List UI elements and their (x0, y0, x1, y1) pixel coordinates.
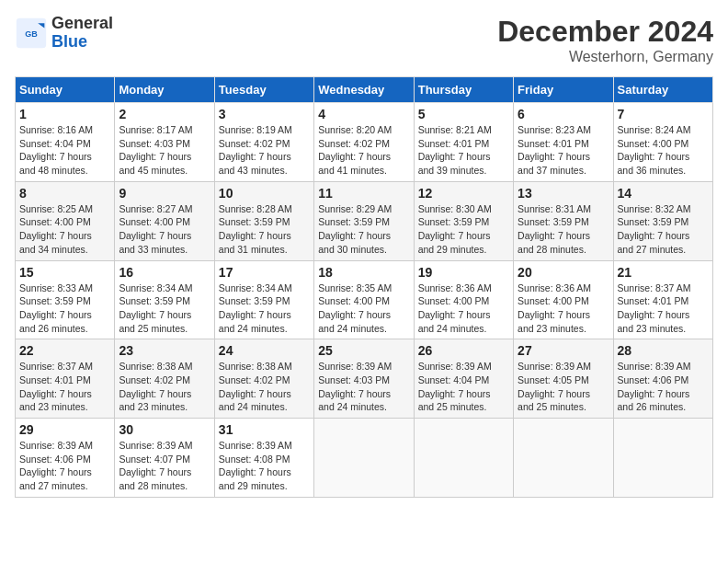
month-year-title: December 2024 (497, 15, 713, 49)
day-number: 23 (119, 343, 210, 358)
day-info: Sunrise: 8:30 AM Sunset: 3:59 PM Dayligh… (418, 202, 509, 257)
day-info: Sunrise: 8:20 AM Sunset: 4:02 PM Dayligh… (318, 123, 409, 178)
day-info: Sunrise: 8:36 AM Sunset: 4:00 PM Dayligh… (518, 282, 609, 336)
day-number: 5 (418, 107, 509, 121)
calendar-day-cell: 11 Sunrise: 8:29 AM Sunset: 3:59 PM Dayl… (314, 181, 414, 260)
day-info: Sunrise: 8:39 AM Sunset: 4:08 PM Dayligh… (219, 439, 310, 493)
day-info: Sunrise: 8:39 AM Sunset: 4:06 PM Dayligh… (19, 439, 110, 493)
day-number: 18 (318, 265, 409, 280)
day-number: 22 (19, 343, 110, 358)
calendar-day-cell: 15 Sunrise: 8:33 AM Sunset: 3:59 PM Dayl… (16, 260, 115, 339)
calendar-day-cell: 17 Sunrise: 8:34 AM Sunset: 3:59 PM Dayl… (214, 260, 313, 339)
calendar-day-cell: 27 Sunrise: 8:39 AM Sunset: 4:05 PM Dayl… (514, 339, 613, 419)
calendar-day-cell: 29 Sunrise: 8:39 AM Sunset: 4:06 PM Dayl… (16, 419, 115, 498)
day-info: Sunrise: 8:23 AM Sunset: 4:01 PM Dayligh… (518, 123, 609, 178)
calendar-day-cell (414, 419, 513, 498)
calendar-day-cell (314, 419, 414, 498)
logo-line2: Blue (51, 33, 113, 52)
day-info: Sunrise: 8:39 AM Sunset: 4:07 PM Dayligh… (119, 439, 210, 493)
day-number: 31 (219, 422, 310, 437)
calendar-day-cell: 13 Sunrise: 8:31 AM Sunset: 3:59 PM Dayl… (514, 181, 613, 260)
day-info: Sunrise: 8:38 AM Sunset: 4:02 PM Dayligh… (119, 360, 210, 414)
weekday-header-cell: Sunday (16, 77, 115, 103)
calendar-day-cell: 18 Sunrise: 8:35 AM Sunset: 4:00 PM Dayl… (314, 260, 414, 339)
calendar-day-cell: 10 Sunrise: 8:28 AM Sunset: 3:59 PM Dayl… (214, 181, 313, 260)
day-info: Sunrise: 8:37 AM Sunset: 4:01 PM Dayligh… (618, 282, 709, 336)
day-info: Sunrise: 8:35 AM Sunset: 4:00 PM Dayligh… (318, 282, 409, 336)
calendar-day-cell: 20 Sunrise: 8:36 AM Sunset: 4:00 PM Dayl… (514, 260, 613, 339)
day-number: 13 (518, 186, 609, 201)
day-number: 12 (418, 186, 509, 201)
day-info: Sunrise: 8:33 AM Sunset: 3:59 PM Dayligh… (19, 282, 110, 336)
day-number: 25 (318, 343, 409, 358)
day-number: 6 (518, 107, 609, 121)
calendar-week-row: 8 Sunrise: 8:25 AM Sunset: 4:00 PM Dayli… (16, 181, 713, 260)
calendar-day-cell (613, 419, 712, 498)
logo: GB General Blue (15, 15, 113, 52)
calendar-body: 1 Sunrise: 8:16 AM Sunset: 4:04 PM Dayli… (16, 103, 713, 498)
calendar-day-cell: 7 Sunrise: 8:24 AM Sunset: 4:00 PM Dayli… (613, 103, 712, 182)
day-number: 20 (518, 265, 609, 280)
weekday-header-cell: Thursday (414, 77, 513, 103)
calendar-day-cell: 30 Sunrise: 8:39 AM Sunset: 4:07 PM Dayl… (115, 419, 214, 498)
calendar-week-row: 22 Sunrise: 8:37 AM Sunset: 4:01 PM Dayl… (16, 339, 713, 419)
calendar-day-cell: 12 Sunrise: 8:30 AM Sunset: 3:59 PM Dayl… (414, 181, 513, 260)
day-number: 15 (19, 265, 110, 280)
calendar-day-cell: 1 Sunrise: 8:16 AM Sunset: 4:04 PM Dayli… (16, 103, 115, 182)
calendar-day-cell: 24 Sunrise: 8:38 AM Sunset: 4:02 PM Dayl… (214, 339, 313, 419)
day-number: 2 (119, 107, 210, 121)
day-info: Sunrise: 8:32 AM Sunset: 3:59 PM Dayligh… (618, 202, 709, 257)
day-number: 4 (318, 107, 409, 121)
weekday-header-cell: Friday (514, 77, 613, 103)
day-info: Sunrise: 8:27 AM Sunset: 4:00 PM Dayligh… (119, 202, 210, 257)
calendar-day-cell: 6 Sunrise: 8:23 AM Sunset: 4:01 PM Dayli… (514, 103, 613, 182)
day-info: Sunrise: 8:19 AM Sunset: 4:02 PM Dayligh… (219, 123, 310, 178)
day-number: 7 (618, 107, 709, 121)
weekday-header-cell: Wednesday (314, 77, 414, 103)
day-info: Sunrise: 8:38 AM Sunset: 4:02 PM Dayligh… (219, 360, 310, 414)
day-info: Sunrise: 8:25 AM Sunset: 4:00 PM Dayligh… (19, 202, 110, 257)
calendar-week-row: 1 Sunrise: 8:16 AM Sunset: 4:04 PM Dayli… (16, 103, 713, 182)
day-info: Sunrise: 8:16 AM Sunset: 4:04 PM Dayligh… (19, 123, 110, 178)
calendar-day-cell: 4 Sunrise: 8:20 AM Sunset: 4:02 PM Dayli… (314, 103, 414, 182)
day-number: 9 (119, 186, 210, 201)
day-info: Sunrise: 8:39 AM Sunset: 4:03 PM Dayligh… (318, 360, 409, 414)
day-number: 24 (219, 343, 310, 358)
day-info: Sunrise: 8:31 AM Sunset: 3:59 PM Dayligh… (518, 202, 609, 257)
calendar-day-cell: 25 Sunrise: 8:39 AM Sunset: 4:03 PM Dayl… (314, 339, 414, 419)
day-info: Sunrise: 8:39 AM Sunset: 4:05 PM Dayligh… (518, 360, 609, 414)
calendar-day-cell: 22 Sunrise: 8:37 AM Sunset: 4:01 PM Dayl… (16, 339, 115, 419)
svg-text:GB: GB (25, 29, 38, 38)
day-number: 11 (318, 186, 409, 201)
calendar-day-cell: 28 Sunrise: 8:39 AM Sunset: 4:06 PM Dayl… (613, 339, 712, 419)
day-number: 10 (219, 186, 310, 201)
day-info: Sunrise: 8:39 AM Sunset: 4:06 PM Dayligh… (618, 360, 709, 414)
calendar-day-cell: 23 Sunrise: 8:38 AM Sunset: 4:02 PM Dayl… (115, 339, 214, 419)
logo-icon: GB (15, 17, 48, 50)
day-info: Sunrise: 8:34 AM Sunset: 3:59 PM Dayligh… (219, 282, 310, 336)
day-info: Sunrise: 8:28 AM Sunset: 3:59 PM Dayligh… (219, 202, 310, 257)
day-info: Sunrise: 8:21 AM Sunset: 4:01 PM Dayligh… (418, 123, 509, 178)
day-number: 29 (19, 422, 110, 437)
calendar-day-cell: 31 Sunrise: 8:39 AM Sunset: 4:08 PM Dayl… (214, 419, 313, 498)
location-subtitle: Westerhorn, Germany (497, 49, 713, 65)
page-header: GB General Blue December 2024 Westerhorn… (15, 15, 713, 65)
day-number: 1 (19, 107, 110, 121)
calendar-day-cell: 9 Sunrise: 8:27 AM Sunset: 4:00 PM Dayli… (115, 181, 214, 260)
calendar-day-cell: 5 Sunrise: 8:21 AM Sunset: 4:01 PM Dayli… (414, 103, 513, 182)
day-number: 27 (518, 343, 609, 358)
calendar-day-cell: 16 Sunrise: 8:34 AM Sunset: 3:59 PM Dayl… (115, 260, 214, 339)
title-area: December 2024 Westerhorn, Germany (497, 15, 713, 65)
day-info: Sunrise: 8:36 AM Sunset: 4:00 PM Dayligh… (418, 282, 509, 336)
day-number: 21 (618, 265, 709, 280)
day-number: 16 (119, 265, 210, 280)
calendar-day-cell: 3 Sunrise: 8:19 AM Sunset: 4:02 PM Dayli… (214, 103, 313, 182)
day-info: Sunrise: 8:29 AM Sunset: 3:59 PM Dayligh… (318, 202, 409, 257)
day-info: Sunrise: 8:39 AM Sunset: 4:04 PM Dayligh… (418, 360, 509, 414)
day-number: 19 (418, 265, 509, 280)
day-number: 17 (219, 265, 310, 280)
logo-line1: General (51, 15, 113, 33)
calendar-day-cell: 14 Sunrise: 8:32 AM Sunset: 3:59 PM Dayl… (613, 181, 712, 260)
calendar-day-cell: 8 Sunrise: 8:25 AM Sunset: 4:00 PM Dayli… (16, 181, 115, 260)
calendar-table: SundayMondayTuesdayWednesdayThursdayFrid… (15, 76, 713, 498)
